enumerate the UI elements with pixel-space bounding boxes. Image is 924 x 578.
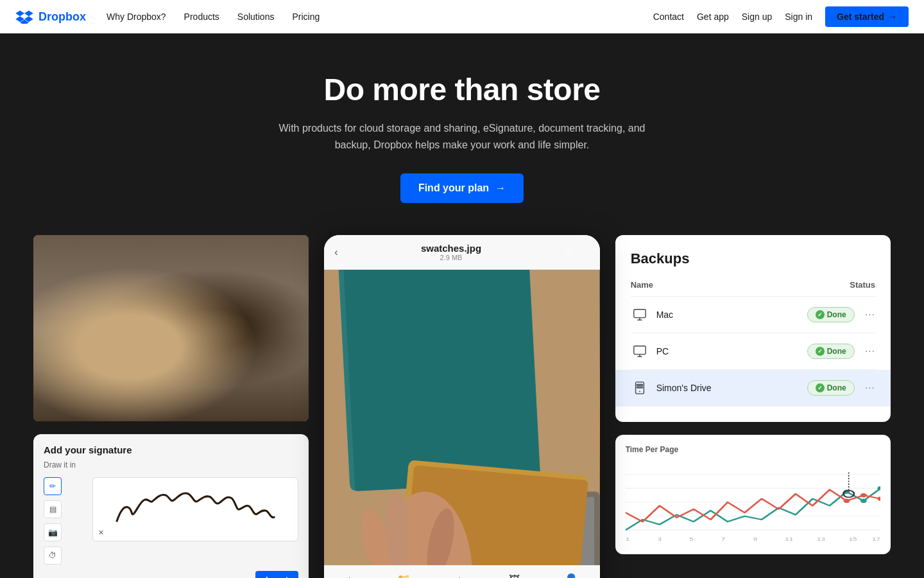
svg-text:17: 17 [872, 536, 880, 542]
backups-title: Backups [631, 250, 875, 267]
mac-status-badge: Done [807, 307, 855, 322]
signature-clear[interactable]: ✕ [98, 529, 104, 537]
nav-link-products[interactable]: Products [184, 12, 219, 22]
nav-sign-in[interactable]: Sign in [785, 12, 812, 22]
svg-point-76 [877, 497, 880, 502]
svg-point-6 [202, 246, 243, 282]
more-icon[interactable]: ··· [581, 247, 589, 258]
nav-get-app[interactable]: Get app [697, 12, 729, 22]
nav-contact[interactable]: Contact [653, 12, 684, 22]
pen-tool[interactable]: ✏ [44, 477, 62, 495]
signature-draw-area[interactable]: ✕ [92, 477, 298, 541]
phone-image [324, 270, 599, 565]
logo-text: Dropbox [38, 10, 86, 24]
nav-sign-up[interactable]: Sign up [742, 12, 772, 22]
profile-tab[interactable]: 👤 [564, 573, 578, 578]
svg-text:7: 7 [721, 536, 725, 542]
signature-title: Add your signature [44, 444, 298, 455]
svg-rect-0 [33, 338, 309, 421]
svg-rect-41 [340, 270, 540, 491]
hero-section: Do more than store With products for clo… [0, 33, 924, 235]
pc-more-button[interactable]: ··· [865, 346, 875, 357]
files-tab[interactable]: 📁 [397, 573, 411, 578]
nav-link-pricing[interactable]: Pricing [292, 12, 320, 22]
backup-name-mac: Mac [631, 306, 673, 324]
team-illustration [33, 235, 309, 421]
svg-text:9: 9 [753, 536, 757, 542]
signature-insert-row: Insert [44, 571, 298, 578]
navbar: Dropbox Why Dropbox? Products Solutions … [0, 0, 924, 33]
simons-drive-status-cell: Done ··· [807, 380, 875, 396]
phone-header-icons: ☆ ··· [564, 246, 589, 258]
svg-rect-65 [637, 387, 642, 388]
nav-links: Why Dropbox? Products Solutions Pricing [107, 12, 633, 22]
camera-tool[interactable]: 📷 [44, 523, 62, 541]
backup-row-mac: Mac Done ··· [631, 297, 875, 333]
svg-text:15: 15 [848, 536, 857, 542]
pc-status-cell: Done ··· [807, 344, 875, 359]
signature-subtitle: Draw it in [44, 460, 298, 469]
backup-name-simons-drive: Simon's Drive [631, 379, 712, 397]
simons-drive-more-button[interactable]: ··· [865, 382, 875, 394]
svg-point-74 [843, 499, 850, 504]
right-column: Backups Name Status Mac [615, 235, 891, 554]
get-started-button[interactable]: Get started → [825, 6, 909, 27]
backup-name-pc: PC [631, 342, 669, 360]
home-tab[interactable]: ⌂ [346, 574, 353, 578]
pc-status-badge: Done [807, 344, 855, 359]
svg-rect-10 [73, 341, 133, 380]
arrow-icon: → [888, 12, 897, 22]
hero-title: Do more than store [13, 72, 911, 107]
chart-title: Time Per Page [626, 445, 880, 454]
back-button[interactable]: ‹ [334, 247, 338, 258]
phone-mockup: ‹ swatches.jpg 2.9 MB ☆ ··· [324, 235, 599, 578]
text-tool[interactable]: ▤ [44, 500, 62, 518]
nav-right: Contact Get app Sign up Sign in Get star… [653, 6, 909, 27]
svg-point-14 [235, 235, 309, 331]
svg-rect-56 [633, 310, 645, 318]
signature-card: Add your signature Draw it in ✏ ▤ 📷 ⏱ ✕ [33, 434, 309, 578]
logo[interactable]: Dropbox [15, 10, 86, 24]
photo-background [33, 235, 309, 421]
signature-svg [93, 478, 298, 541]
mac-icon [631, 306, 649, 324]
mac-status-cell: Done ··· [807, 307, 875, 322]
svg-rect-12 [114, 341, 133, 373]
star-icon[interactable]: ☆ [564, 246, 573, 258]
chart-area: 1 3 5 7 9 11 13 15 17 [626, 460, 880, 544]
swatches-illustration [324, 270, 599, 565]
insert-button[interactable]: Insert [255, 571, 298, 578]
mac-more-button[interactable]: ··· [865, 309, 875, 320]
time-per-page-chart: 1 3 5 7 9 11 13 15 17 [626, 460, 880, 544]
svg-text:11: 11 [785, 536, 793, 542]
svg-point-72 [860, 499, 867, 504]
nav-link-solutions[interactable]: Solutions [237, 12, 275, 22]
chart-card: Time Per Page [615, 435, 891, 554]
pc-icon [631, 342, 649, 360]
svg-rect-64 [637, 385, 642, 386]
signature-tools: ✏ ▤ 📷 ⏱ [44, 477, 62, 565]
svg-text:3: 3 [657, 536, 662, 542]
find-plan-button[interactable]: Find your plan → [400, 173, 524, 203]
svg-point-75 [860, 493, 867, 498]
svg-point-4 [198, 274, 247, 338]
svg-rect-11 [178, 328, 214, 375]
left-column: Add your signature Draw it in ✏ ▤ 📷 ⏱ ✕ [33, 235, 309, 578]
arrow-icon: → [495, 182, 506, 194]
svg-text:5: 5 [689, 536, 694, 542]
simons-drive-status-badge: Done [807, 380, 855, 396]
add-tab[interactable]: ＋ [454, 572, 465, 578]
photos-tab[interactable]: 🖼 [509, 574, 520, 578]
drive-icon [631, 379, 649, 397]
dropbox-logo-icon [15, 10, 33, 24]
phone-filename: swatches.jpg [421, 243, 481, 254]
backups-card: Backups Name Status Mac [615, 235, 891, 422]
svg-rect-7 [139, 335, 216, 380]
middle-column: ‹ swatches.jpg 2.9 MB ☆ ··· [324, 235, 599, 578]
nav-link-why[interactable]: Why Dropbox? [107, 12, 166, 22]
phone-filesize: 2.9 MB [421, 254, 481, 261]
svg-rect-59 [633, 346, 645, 355]
backup-row-pc: PC Done ··· [631, 333, 875, 370]
svg-point-13 [33, 235, 94, 338]
history-tool[interactable]: ⏱ [44, 547, 62, 565]
